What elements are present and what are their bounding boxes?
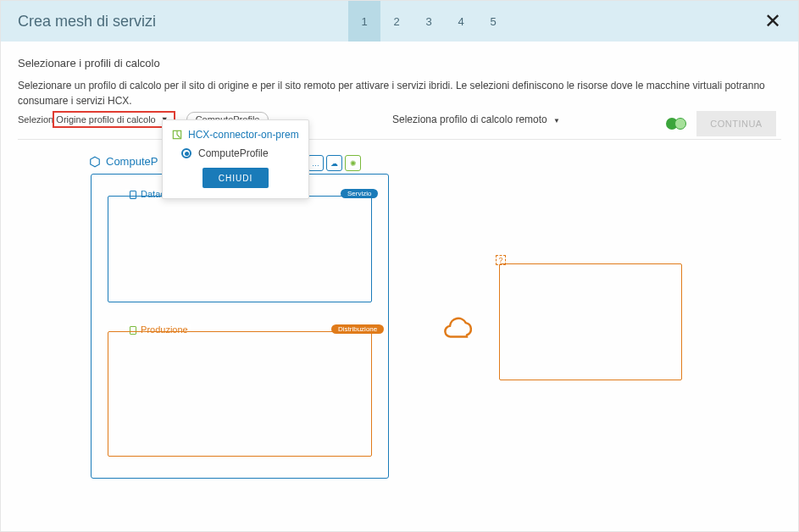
distribution-badge: Distribuzione <box>331 324 384 334</box>
section-subtitle: Selezionare i profili di calcolo <box>18 57 781 69</box>
profile-popover: HCX-connector-on-prem ComputeProfile CHI… <box>162 119 309 199</box>
popover-close-button[interactable]: CHIUDI <box>203 168 269 188</box>
wizard-header: Crea mesh di servizi 1 2 3 4 5 ✕ <box>1 1 798 42</box>
radio-selected-icon <box>181 148 191 158</box>
production-box <box>108 331 372 457</box>
step-1[interactable]: 1 <box>348 1 380 42</box>
status-toggle-icon[interactable] <box>666 118 686 130</box>
header-right-actions: CONTINUA <box>666 111 776 136</box>
remote-container-box <box>499 263 682 380</box>
remote-profile-label: Seleziona profilo di calcolo remoto <box>392 114 547 125</box>
service-icon-5: ✺ <box>345 155 361 171</box>
wizard-title: Crea mesh di servizi <box>18 13 156 30</box>
remote-profile-dropdown[interactable]: Seleziona profilo di calcolo remoto ▼ <box>392 114 560 125</box>
step-4[interactable]: 4 <box>445 1 477 42</box>
wizard-steps: 1 2 3 4 5 <box>348 1 509 42</box>
origin-profile-dropdown-label: Origine profilo di calcolo <box>56 113 155 126</box>
compute-profile-header: ComputeP <box>89 155 158 168</box>
svg-marker-0 <box>91 157 100 167</box>
step-3[interactable]: 3 <box>413 1 445 42</box>
service-icon-3: … <box>308 155 324 171</box>
datacenter-box <box>108 196 372 302</box>
popover-header: HCX-connector-on-prem <box>171 129 300 141</box>
origin-profile-dropdown[interactable]: Origine profilo di calcolo ▼ <box>53 112 174 127</box>
compute-profile-header-label: ComputeP <box>106 155 158 168</box>
cloud-icon <box>441 316 475 341</box>
step-5[interactable]: 5 <box>477 1 509 42</box>
popover-header-text: HCX-connector-on-prem <box>188 129 299 141</box>
step-2[interactable]: 2 <box>380 1 413 42</box>
origin-prefix-label: Selezione <box>18 114 58 125</box>
hexagon-icon <box>89 156 101 168</box>
status-dot-off <box>674 118 686 130</box>
close-icon[interactable]: ✕ <box>764 9 781 33</box>
chevron-down-icon: ▼ <box>553 117 560 125</box>
service-icon-4: ☁ <box>326 155 342 171</box>
divider-line <box>18 139 781 140</box>
popover-option-label: ComputeProfile <box>198 147 269 159</box>
connector-icon <box>171 129 183 141</box>
diagram-canvas: ComputeP ⚡ •• … ☁ ✺ Datac Servizio Produ… <box>1 155 798 511</box>
section-description: Selezionare un profilo di calcolo per il… <box>18 78 781 108</box>
popover-option[interactable]: ComputeProfile <box>181 147 300 159</box>
continue-button[interactable]: CONTINUA <box>696 111 776 136</box>
service-badge: Servizio <box>341 189 378 198</box>
